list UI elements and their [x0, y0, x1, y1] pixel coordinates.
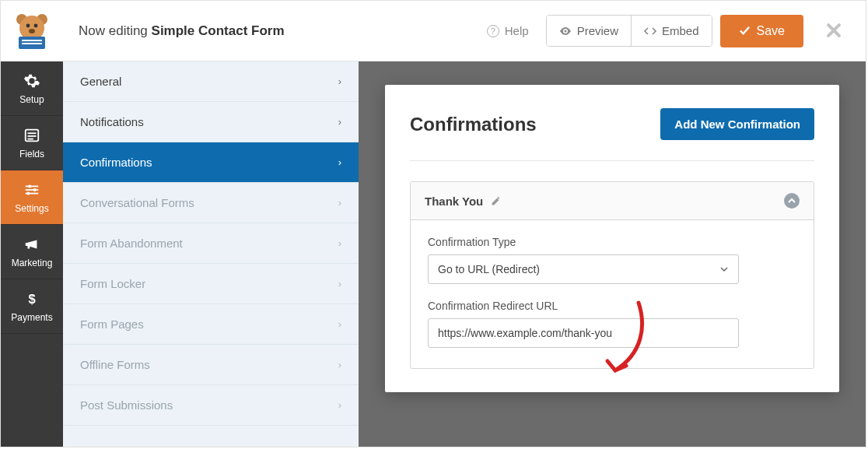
gear-icon — [23, 72, 40, 89]
collapse-toggle[interactable] — [784, 193, 800, 209]
nav-setup[interactable]: Setup — [1, 61, 63, 116]
redirect-url-input[interactable] — [428, 318, 739, 348]
confirmation-header[interactable]: Thank You — [411, 182, 814, 220]
sidebar-label: Post Submissions — [80, 398, 173, 412]
redirect-url-label: Confirmation Redirect URL — [428, 300, 796, 312]
list-icon — [23, 127, 40, 144]
sidebar-item-notifications[interactable]: Notifications › — [63, 102, 359, 142]
megaphone-icon — [23, 236, 40, 253]
svg-point-15 — [28, 184, 31, 188]
wpforms-logo — [1, 1, 63, 61]
editing-prefix: Now editing — [79, 23, 152, 38]
preview-button[interactable]: Preview — [547, 16, 632, 46]
svg-point-9 — [564, 30, 566, 32]
sidebar-item-pages[interactable]: Form Pages › — [63, 304, 359, 345]
chevron-right-icon: › — [338, 278, 341, 289]
help-label: Help — [505, 24, 529, 37]
sidebar-item-confirmations[interactable]: Confirmations › — [63, 142, 359, 183]
nav-fields-label: Fields — [19, 149, 44, 160]
sidebar-label: Offline Forms — [80, 358, 150, 371]
editor-header: Now editing Simple Contact Form ? Help P… — [1, 1, 866, 61]
confirmation-accordion: Thank You Confirmation Type Go to URL (R… — [410, 181, 814, 369]
svg-rect-8 — [22, 43, 42, 44]
save-label: Save — [757, 24, 785, 38]
sliders-icon — [23, 181, 40, 198]
chevron-right-icon: › — [338, 116, 341, 128]
eye-icon — [559, 25, 572, 37]
sidebar-item-post-submissions[interactable]: Post Submissions › — [63, 385, 359, 426]
nav-settings[interactable]: Settings — [1, 170, 63, 225]
preview-embed-group: Preview Embed — [546, 15, 712, 47]
close-icon — [825, 22, 842, 39]
chevron-right-icon: › — [338, 156, 341, 168]
sidebar-label: Form Locker — [80, 277, 145, 290]
sidebar-item-offline[interactable]: Offline Forms › — [63, 345, 359, 385]
help-icon: ? — [487, 25, 499, 37]
nav-payments[interactable]: $ Payments — [1, 279, 63, 334]
confirmations-panel: Confirmations Add New Confirmation Thank… — [385, 85, 839, 392]
code-icon — [644, 25, 656, 37]
sidebar-label: Notifications — [80, 115, 144, 128]
sidebar-label: Confirmations — [80, 156, 152, 169]
confirmation-type-select[interactable]: Go to URL (Redirect) — [428, 254, 739, 284]
form-name: Simple Contact Form — [152, 23, 285, 38]
sidebar-item-conversational[interactable]: Conversational Forms › — [63, 183, 359, 223]
svg-point-3 — [26, 23, 30, 27]
svg-point-5 — [29, 29, 35, 33]
chevron-up-icon — [788, 197, 796, 205]
close-button[interactable] — [811, 18, 850, 44]
chevron-down-icon — [719, 265, 729, 274]
panel-title: Confirmations — [410, 114, 537, 135]
help-link[interactable]: ? Help — [487, 24, 529, 37]
chevron-right-icon: › — [338, 318, 341, 330]
add-button-label: Add New Confirmation — [674, 118, 800, 131]
nav-marketing[interactable]: Marketing — [1, 225, 63, 279]
nav-setup-label: Setup — [19, 94, 44, 105]
sidebar-label: Conversational Forms — [80, 196, 194, 209]
sidebar-item-locker[interactable]: Form Locker › — [63, 264, 359, 304]
svg-rect-7 — [22, 40, 42, 41]
chevron-right-icon: › — [338, 359, 341, 370]
preview-label: Preview — [577, 24, 618, 37]
add-new-confirmation-button[interactable]: Add New Confirmation — [660, 108, 814, 140]
nav-settings-label: Settings — [15, 203, 48, 214]
check-icon — [739, 25, 751, 37]
sidebar-label: Form Abandonment — [80, 237, 183, 250]
chevron-right-icon: › — [338, 75, 341, 87]
save-button[interactable]: Save — [720, 15, 803, 47]
bear-logo-icon — [12, 12, 51, 51]
nav-fields[interactable]: Fields — [1, 116, 63, 170]
chevron-right-icon: › — [338, 197, 341, 209]
nav-payments-label: Payments — [11, 312, 52, 323]
svg-point-19 — [26, 191, 30, 195]
sidebar-label: Form Pages — [80, 317, 144, 331]
embed-label: Embed — [662, 24, 699, 37]
confirmation-name: Thank You — [425, 195, 483, 208]
nav-rail: Setup Fields Settings Marketing — [1, 61, 63, 447]
svg-point-4 — [34, 23, 38, 27]
editing-title: Now editing Simple Contact Form — [63, 23, 487, 39]
pencil-icon[interactable] — [491, 196, 501, 206]
settings-sidebar: General › Notifications › Confirmations … — [63, 61, 359, 447]
svg-text:$: $ — [28, 291, 35, 305]
embed-button[interactable]: Embed — [632, 16, 712, 46]
content-area: Confirmations Add New Confirmation Thank… — [359, 61, 866, 447]
sidebar-item-abandonment[interactable]: Form Abandonment › — [63, 223, 359, 264]
svg-point-17 — [33, 188, 37, 191]
select-value: Go to URL (Redirect) — [438, 263, 540, 275]
sidebar-label: General — [80, 75, 121, 88]
sidebar-item-general[interactable]: General › — [63, 61, 359, 102]
chevron-right-icon: › — [338, 237, 341, 249]
chevron-right-icon: › — [338, 399, 341, 411]
nav-marketing-label: Marketing — [12, 258, 53, 268]
confirmation-type-label: Confirmation Type — [428, 236, 796, 248]
dollar-icon: $ — [23, 290, 40, 307]
